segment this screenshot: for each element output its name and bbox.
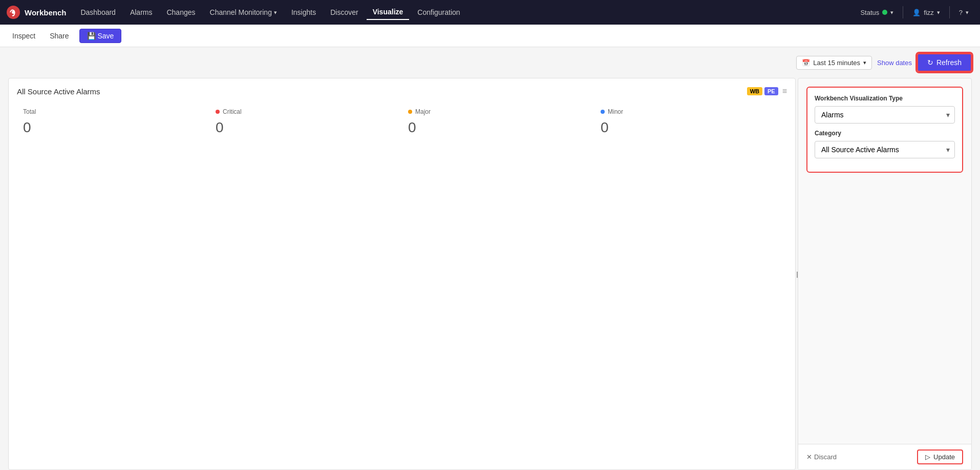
top-navigation: Workbench Dashboard Alarms Changes Chann… (0, 0, 980, 25)
category-select[interactable]: All Source Active Alarms Source Active A… (815, 141, 955, 158)
save-icon: 💾 (87, 32, 96, 40)
badge-pe: PE (764, 87, 778, 95)
critical-dot-icon (216, 110, 220, 114)
nav-item-discover[interactable]: Discover (324, 5, 364, 19)
time-range-value: Last 15 minutes (813, 59, 860, 67)
panel-menu-icon[interactable]: ≡ (782, 87, 787, 96)
svg-point-1 (12, 11, 15, 14)
help-button[interactable]: ? ▾ (954, 7, 974, 18)
inspect-button[interactable]: Inspect (8, 30, 39, 42)
share-button[interactable]: Share (46, 30, 73, 42)
stat-major: Major 0 (402, 104, 594, 140)
stats-row: Total 0 Critical 0 Major 0 (17, 104, 787, 140)
stat-major-label: Major (408, 108, 588, 115)
app-logo[interactable]: Workbench (6, 5, 66, 19)
nav-right-section: Status ▾ 👤 fizz ▾ ? ▾ (855, 6, 974, 18)
toolbar: Inspect Share 💾 Save (0, 25, 980, 47)
help-chevron-icon: ▾ (966, 9, 969, 16)
viz-type-select-wrapper: Alarms Metrics Events Logs (815, 106, 955, 124)
nav-divider (903, 6, 903, 18)
time-bar: 📅 Last 15 minutes ▾ Show dates ↻ Refresh (0, 47, 980, 78)
update-button[interactable]: ▷ Update (917, 449, 963, 464)
app-name: Workbench (25, 8, 66, 17)
stat-critical-label: Critical (216, 108, 396, 115)
status-button[interactable]: Status ▾ (855, 7, 899, 18)
channel-monitoring-chevron-icon: ▾ (274, 9, 277, 16)
show-dates-button[interactable]: Show dates (877, 59, 912, 67)
stat-minor: Minor 0 (594, 104, 787, 140)
right-panel: Workbench Visualization Type Alarms Metr… (798, 78, 972, 470)
stat-total-value: 0 (23, 119, 203, 136)
nav-item-dashboard[interactable]: Dashboard (74, 5, 122, 19)
help-icon: ? (959, 9, 963, 16)
user-chevron-icon: ▾ (937, 9, 940, 16)
major-dot-icon (408, 110, 412, 114)
status-chevron-icon: ▾ (890, 9, 893, 16)
status-label: Status (860, 9, 879, 16)
category-label: Category (815, 130, 955, 137)
status-dot-icon (882, 10, 887, 15)
nav-item-changes[interactable]: Changes (160, 5, 201, 19)
nav-item-insights[interactable]: Insights (285, 5, 322, 19)
time-range-chevron-icon: ▾ (863, 59, 866, 66)
update-icon: ▷ (925, 453, 930, 461)
stat-major-value: 0 (408, 119, 588, 136)
panel-title: All Source Active Alarms (17, 87, 100, 96)
minor-dot-icon (601, 110, 605, 114)
nav-item-channel-monitoring[interactable]: Channel Monitoring ▾ (204, 5, 283, 19)
nav-item-configuration[interactable]: Configuration (411, 5, 466, 19)
user-menu[interactable]: 👤 fizz ▾ (907, 7, 945, 18)
nav-divider-2 (949, 6, 950, 18)
calendar-icon: 📅 (802, 59, 810, 67)
visualization-form: Workbench Visualization Type Alarms Metr… (806, 87, 963, 173)
discard-button[interactable]: ✕ Discard (806, 453, 837, 461)
main-content: 📅 Last 15 minutes ▾ Show dates ↻ Refresh… (0, 47, 980, 470)
save-button[interactable]: 💾 Save (79, 29, 122, 43)
stat-critical: Critical 0 (209, 104, 402, 140)
stat-minor-label: Minor (601, 108, 781, 115)
discard-x-icon: ✕ (806, 453, 812, 461)
stat-total-label: Total (23, 108, 203, 115)
viz-type-select[interactable]: Alarms Metrics Events Logs (815, 106, 955, 124)
bottom-action-bar: ✕ Discard ▷ Update (798, 444, 971, 469)
user-icon: 👤 (912, 9, 921, 16)
refresh-button[interactable]: ↻ Refresh (917, 53, 972, 72)
badge-wb: WB (747, 87, 762, 95)
stat-critical-value: 0 (216, 119, 396, 136)
stat-minor-value: 0 (601, 119, 781, 136)
nav-item-alarms[interactable]: Alarms (124, 5, 159, 19)
panel-area: All Source Active Alarms WB PE ≡ Total 0 (0, 78, 980, 470)
category-select-wrapper: All Source Active Alarms Source Active A… (815, 141, 955, 158)
username: fizz (924, 9, 934, 16)
viz-type-label: Workbench Visualization Type (815, 95, 955, 102)
time-range-selector[interactable]: 📅 Last 15 minutes ▾ (796, 56, 872, 70)
panel-header: All Source Active Alarms WB PE ≡ (17, 87, 787, 96)
stat-total: Total 0 (17, 104, 209, 140)
refresh-icon: ↻ (927, 58, 933, 67)
main-panel: All Source Active Alarms WB PE ≡ Total 0 (8, 78, 796, 470)
panel-badges: WB PE (747, 87, 778, 95)
right-panel-content: Workbench Visualization Type Alarms Metr… (798, 78, 971, 444)
nav-item-visualize[interactable]: Visualize (367, 5, 410, 20)
